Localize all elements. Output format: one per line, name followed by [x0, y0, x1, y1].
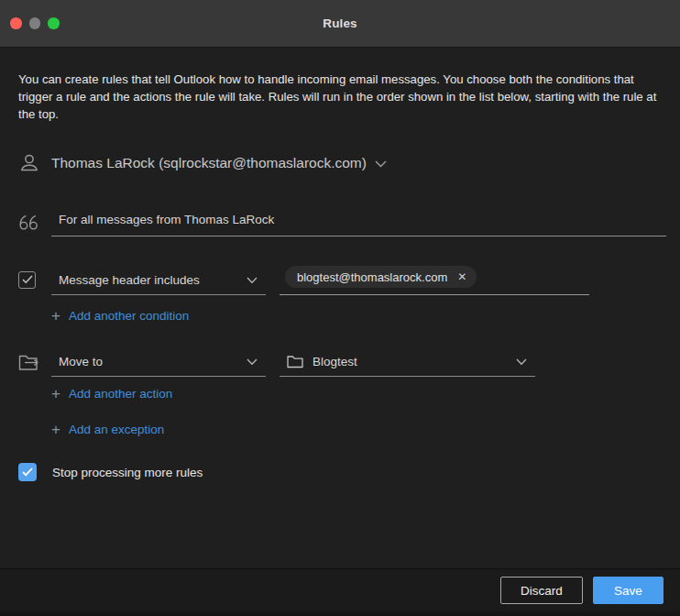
checkmark-icon: [22, 275, 33, 284]
account-selector[interactable]: Thomas LaRock (sqlrockstar@thomaslarock.…: [51, 155, 387, 171]
add-exception-link[interactable]: + Add an exception: [51, 422, 164, 437]
quote-icon: [18, 213, 51, 233]
condition-enabled-checkbox[interactable]: [18, 271, 36, 289]
plus-icon: +: [51, 422, 60, 437]
rule-name-input[interactable]: [51, 209, 666, 236]
chevron-down-icon: [516, 358, 527, 366]
chevron-down-icon: [247, 358, 258, 366]
add-exception-label: Add an exception: [69, 423, 164, 436]
rule-name-row: [18, 209, 662, 236]
condition-value-field[interactable]: blogtest@thomaslarock.com ✕: [280, 264, 589, 295]
remove-tag-button[interactable]: ✕: [457, 271, 466, 282]
dialog-footer: Discard Save: [0, 568, 680, 611]
destination-folder-value: Blogtest: [313, 355, 357, 368]
rules-description-text: You can create rules that tell Outlook h…: [18, 71, 662, 123]
chevron-down-icon: [247, 277, 258, 284]
condition-type-value: Message header includes: [59, 273, 200, 287]
stop-processing-checkbox[interactable]: [18, 463, 37, 481]
add-action-label: Add another action: [69, 387, 172, 401]
condition-type-select[interactable]: Message header includes: [51, 266, 266, 295]
add-condition-link[interactable]: + Add another condition: [51, 308, 189, 324]
move-folder-icon: [18, 352, 51, 372]
chevron-down-icon: [375, 160, 387, 168]
plus-icon: +: [51, 386, 60, 402]
add-condition-label: Add another condition: [69, 309, 189, 323]
recipient-tag-text: blogtest@thomaslarock.com: [297, 270, 447, 284]
plus-icon: +: [51, 308, 60, 324]
close-window-button[interactable]: [10, 17, 22, 29]
zoom-window-button[interactable]: [48, 17, 60, 29]
stop-processing-row: Stop processing more rules: [18, 461, 662, 483]
save-button[interactable]: Save: [593, 577, 664, 604]
person-icon: [18, 152, 51, 174]
traffic-lights: [10, 0, 60, 47]
action-type-value: Move to: [59, 355, 103, 368]
titlebar: Rules: [0, 0, 680, 48]
minimize-window-button[interactable]: [29, 17, 41, 29]
add-action-link[interactable]: + Add another action: [51, 386, 172, 402]
stop-processing-label: Stop processing more rules: [52, 466, 203, 479]
dialog-content: You can create rules that tell Outlook h…: [0, 48, 680, 568]
condition-row: Message header includes blogtest@thomasl…: [18, 264, 662, 295]
checkmark-icon: [22, 468, 33, 477]
discard-button[interactable]: Discard: [500, 577, 583, 604]
recipient-tag: blogtest@thomaslarock.com ✕: [285, 266, 477, 288]
folder-icon: [287, 355, 303, 368]
window-bottom-edge: [0, 611, 680, 616]
action-type-select[interactable]: Move to: [51, 347, 266, 377]
rules-dialog-window: Rules You can create rules that tell Out…: [0, 0, 680, 616]
action-row: Move to Blogtest: [18, 347, 662, 377]
account-name-email: Thomas LaRock (sqlrockstar@thomaslarock.…: [51, 155, 367, 171]
window-title: Rules: [0, 16, 680, 30]
account-row: Thomas LaRock (sqlrockstar@thomaslarock.…: [18, 150, 662, 176]
destination-folder-select[interactable]: Blogtest: [280, 347, 535, 377]
